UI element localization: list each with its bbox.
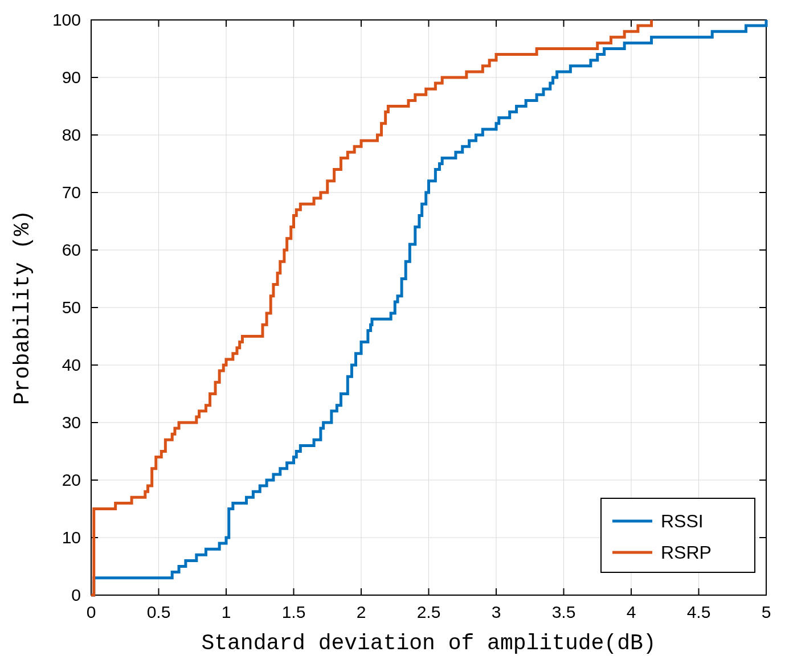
y-tick-label: 40 xyxy=(62,355,81,374)
chart-svg: 00.511.522.533.544.550102030405060708090… xyxy=(0,0,789,672)
y-tick-label: 80 xyxy=(62,125,81,144)
x-tick-label: 3 xyxy=(492,603,501,621)
y-tick-label: 20 xyxy=(62,470,81,489)
x-tick-label: 4.5 xyxy=(687,603,711,621)
legend-label-rssi: RSSI xyxy=(661,511,704,531)
y-tick-label: 100 xyxy=(52,10,81,29)
x-tick-label: 4 xyxy=(627,603,636,621)
x-tick-label: 2.5 xyxy=(417,603,441,621)
y-tick-label: 10 xyxy=(62,528,81,547)
x-tick-label: 1.5 xyxy=(282,603,306,621)
y-tick-label: 70 xyxy=(62,183,81,202)
chart-container: 00.511.522.533.544.550102030405060708090… xyxy=(0,0,789,672)
y-tick-label: 60 xyxy=(62,240,81,259)
x-tick-label: 5 xyxy=(762,603,771,621)
x-tick-label: 3.5 xyxy=(552,603,576,621)
y-tick-label: 0 xyxy=(71,585,81,604)
x-tick-label: 0.5 xyxy=(147,603,171,621)
y-tick-label: 90 xyxy=(62,68,81,87)
y-axis-label: Probability (%) xyxy=(10,210,35,405)
x-axis-label: Standard deviation of amplitude(dB) xyxy=(201,631,656,655)
x-tick-label: 1 xyxy=(222,603,231,621)
y-tick-label: 50 xyxy=(62,298,81,317)
y-tick-label: 30 xyxy=(62,413,81,432)
x-tick-label: 2 xyxy=(357,603,366,621)
x-tick-label: 0 xyxy=(87,603,96,621)
legend-label-rsrp: RSRP xyxy=(661,542,712,563)
